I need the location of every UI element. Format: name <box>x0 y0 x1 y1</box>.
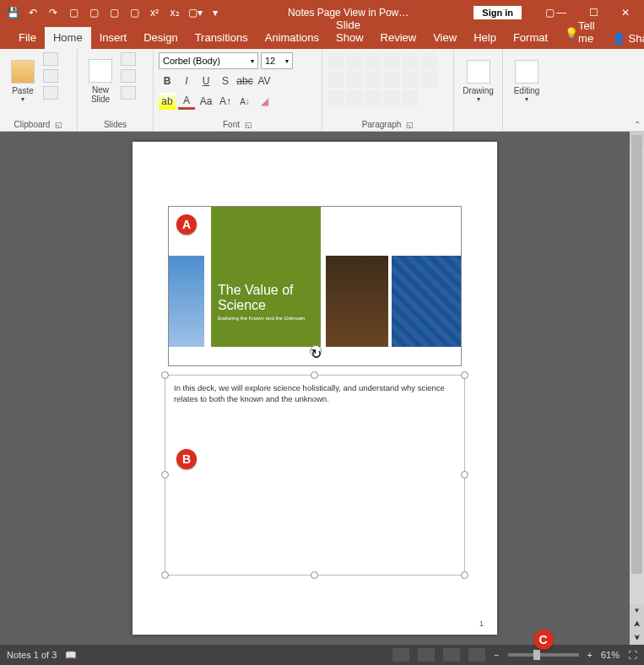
qat-icon-3[interactable]: ▢ <box>106 5 122 20</box>
sign-in-button[interactable]: Sign in <box>474 6 522 19</box>
tab-home[interactable]: Home <box>45 27 91 49</box>
zoom-out-button[interactable]: − <box>494 650 499 660</box>
resize-handle[interactable] <box>461 571 468 579</box>
qat-icon-2[interactable]: ▢ <box>86 5 101 20</box>
tab-review[interactable]: Review <box>372 27 425 49</box>
slideshow-view-button[interactable] <box>468 648 485 662</box>
align-left-button[interactable] <box>327 71 344 88</box>
highlight-button[interactable]: ab <box>159 93 176 110</box>
section-icon[interactable] <box>121 86 136 100</box>
para-btn-2[interactable] <box>346 89 363 106</box>
canvas[interactable]: The Value of Science Exploring the Known… <box>0 132 630 645</box>
resize-handle[interactable] <box>311 371 318 379</box>
text-direction-button[interactable] <box>420 52 437 69</box>
line-spacing-button[interactable] <box>402 52 419 69</box>
italic-button[interactable]: I <box>178 73 195 89</box>
superscript-icon[interactable]: x² <box>147 5 162 20</box>
clear-formatting-button[interactable]: ◢ <box>256 93 273 110</box>
para-btn-4[interactable] <box>383 89 400 106</box>
bold-button[interactable]: B <box>159 73 176 89</box>
shrink-font-button[interactable]: A↓ <box>236 93 253 110</box>
tab-slideshow[interactable]: Slide Show <box>327 14 372 49</box>
tab-design[interactable]: Design <box>135 27 186 49</box>
tab-transitions[interactable]: Transitions <box>187 27 257 49</box>
align-text-button[interactable] <box>420 71 437 88</box>
ribbon-display-icon[interactable]: ▢ <box>545 7 555 19</box>
char-spacing-button[interactable]: AV <box>256 73 273 89</box>
qat-icon-4[interactable]: ▢ <box>127 5 142 20</box>
scroll-down-icon[interactable]: ▼ <box>630 604 644 618</box>
justify-button[interactable] <box>383 71 400 88</box>
tab-insert[interactable]: Insert <box>91 27 136 49</box>
notes-text-box[interactable]: In this deck, we will explore science ho… <box>165 375 465 576</box>
reset-icon[interactable] <box>121 69 136 83</box>
convert-smartart-button[interactable] <box>402 89 419 106</box>
save-icon[interactable]: 💾 <box>5 5 20 20</box>
decrease-indent-button[interactable] <box>365 52 382 69</box>
spellcheck-icon[interactable]: 📖 <box>65 650 77 661</box>
resize-handle[interactable] <box>161 471 169 478</box>
rotate-handle-icon[interactable]: ↻ <box>310 345 322 357</box>
resize-handle[interactable] <box>461 371 468 379</box>
qat-icon-5[interactable]: ▢▾ <box>187 5 203 20</box>
resize-handle[interactable] <box>161 371 169 379</box>
tab-view[interactable]: View <box>425 27 465 49</box>
share-button[interactable]: 👤 Share <box>603 28 644 49</box>
tab-animations[interactable]: Animations <box>257 27 327 49</box>
scroll-thumb[interactable] <box>631 135 642 574</box>
resize-handle[interactable] <box>161 571 169 579</box>
paste-button[interactable]: Paste ▾ <box>5 52 41 110</box>
dialog-launcher-icon[interactable]: ◱ <box>245 121 252 129</box>
resize-handle[interactable] <box>461 471 468 478</box>
copy-icon[interactable] <box>43 69 58 83</box>
font-name-select[interactable]: Corbel (Body)▾ <box>159 52 258 69</box>
tell-me[interactable]: 💡 Tell me <box>556 15 603 49</box>
increase-indent-button[interactable] <box>383 52 400 69</box>
zoom-in-button[interactable]: + <box>587 650 593 660</box>
tab-format[interactable]: Format <box>505 27 556 49</box>
undo-icon[interactable]: ↶ <box>25 5 41 20</box>
cut-icon[interactable] <box>43 52 58 66</box>
editing-button[interactable]: Editing ▾ <box>509 52 544 110</box>
notes-text[interactable]: In this deck, we will explore science ho… <box>165 376 464 411</box>
format-painter-icon[interactable] <box>43 86 58 100</box>
para-btn-1[interactable] <box>327 89 344 106</box>
zoom-slider[interactable]: C <box>508 653 579 657</box>
font-color-button[interactable]: A <box>178 93 195 110</box>
redo-icon[interactable]: ↷ <box>46 5 61 20</box>
tab-help[interactable]: Help <box>465 27 505 49</box>
underline-button[interactable]: U <box>198 73 214 89</box>
reading-view-button[interactable] <box>443 648 460 662</box>
resize-handle[interactable] <box>311 571 318 579</box>
slide-thumbnail[interactable]: The Value of Science Exploring the Known… <box>168 206 462 366</box>
columns-button[interactable] <box>402 71 419 88</box>
close-icon[interactable]: ✕ <box>619 6 632 19</box>
normal-view-button[interactable] <box>392 648 409 662</box>
layout-icon[interactable] <box>121 52 136 66</box>
qat-customize-icon[interactable]: ▾ <box>208 5 223 20</box>
vertical-scrollbar[interactable]: ▲ ▼ ⮝ ⮟ <box>630 132 644 645</box>
change-case-button[interactable]: Aa <box>198 93 214 110</box>
new-slide-button[interactable]: New Slide <box>83 52 118 110</box>
dialog-launcher-icon[interactable]: ◱ <box>406 121 414 129</box>
align-center-button[interactable] <box>346 71 363 88</box>
tab-file[interactable]: File <box>10 27 45 49</box>
bullets-button[interactable] <box>327 52 344 69</box>
qat-icon-1[interactable]: ▢ <box>66 5 81 20</box>
shadow-button[interactable]: S <box>217 73 234 89</box>
prev-slide-icon[interactable]: ⮝ <box>630 618 644 631</box>
grow-font-button[interactable]: A↑ <box>217 93 234 110</box>
zoom-knob[interactable] <box>533 650 540 660</box>
para-btn-3[interactable] <box>365 89 382 106</box>
font-size-select[interactable]: 12▾ <box>261 52 293 69</box>
next-slide-icon[interactable]: ⮟ <box>630 631 644 645</box>
subscript-icon[interactable]: x₂ <box>167 5 182 20</box>
strikethrough-button[interactable]: abc <box>236 73 253 89</box>
fit-to-window-button[interactable]: ⛶ <box>628 650 637 660</box>
numbering-button[interactable] <box>346 52 363 69</box>
slide-sorter-view-button[interactable] <box>418 648 435 662</box>
dialog-launcher-icon[interactable]: ◱ <box>55 121 62 129</box>
collapse-ribbon-icon[interactable]: ⌃ <box>634 120 641 129</box>
zoom-percent[interactable]: 61% <box>601 650 620 660</box>
align-right-button[interactable] <box>365 71 382 88</box>
